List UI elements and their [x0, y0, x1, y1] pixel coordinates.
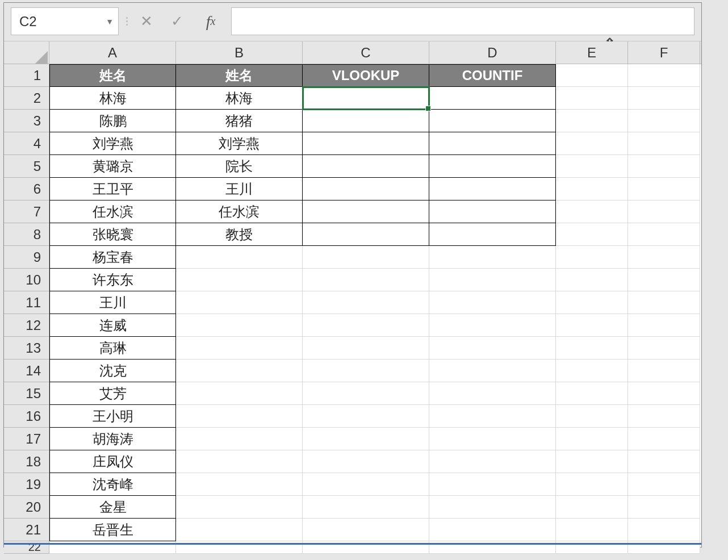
column-header-A[interactable]: A	[49, 41, 176, 64]
cell-B14[interactable]	[176, 360, 303, 382]
cell-E8[interactable]	[556, 223, 628, 246]
fx-icon[interactable]: fx	[199, 12, 222, 31]
cell-F6[interactable]	[628, 178, 700, 200]
cell-F8[interactable]	[628, 223, 700, 246]
cell-F15[interactable]	[628, 382, 700, 405]
cell-D19[interactable]	[429, 473, 556, 496]
cancel-icon[interactable]: ✕	[138, 12, 155, 30]
row-header-8[interactable]: 8	[4, 223, 49, 246]
cell-B3[interactable]: 猪猪	[176, 110, 303, 132]
cell-B21[interactable]	[176, 519, 303, 541]
cell-E4[interactable]	[556, 132, 628, 155]
cell-D15[interactable]	[429, 382, 556, 405]
cell-A3[interactable]: 陈鹏	[49, 110, 176, 132]
cell-B6[interactable]: 王川	[176, 178, 303, 200]
cell-B7[interactable]: 任水滨	[176, 200, 303, 223]
cell-E21[interactable]	[556, 519, 628, 541]
cell-F13[interactable]	[628, 337, 700, 360]
cell-D10[interactable]	[429, 269, 556, 291]
cell-C21[interactable]	[303, 519, 429, 541]
cell-B20[interactable]	[176, 496, 303, 519]
cell-E12[interactable]	[556, 314, 628, 337]
cell-C2[interactable]	[303, 87, 429, 110]
cell-D18[interactable]	[429, 450, 556, 473]
column-header-B[interactable]: B	[176, 41, 303, 64]
cell-E19[interactable]	[556, 473, 628, 496]
cell-D14[interactable]	[429, 360, 556, 382]
row-header-14[interactable]: 14	[4, 360, 49, 382]
cell-C15[interactable]	[303, 382, 429, 405]
cell-C18[interactable]	[303, 450, 429, 473]
cell-E3[interactable]	[556, 110, 628, 132]
cell-E18[interactable]	[556, 450, 628, 473]
cell-E9[interactable]	[556, 246, 628, 269]
cell-A16[interactable]: 王小明	[49, 405, 176, 428]
cell-B19[interactable]	[176, 473, 303, 496]
cell-F10[interactable]	[628, 269, 700, 291]
cell-B11[interactable]	[176, 291, 303, 314]
column-header-E[interactable]: E	[556, 41, 628, 64]
cell-D2[interactable]	[429, 87, 556, 110]
row-header-21[interactable]: 21	[4, 519, 49, 541]
cell-D8[interactable]	[429, 223, 556, 246]
cell-B18[interactable]	[176, 450, 303, 473]
cell-E13[interactable]	[556, 337, 628, 360]
cell-D20[interactable]	[429, 496, 556, 519]
row-header-17[interactable]: 17	[4, 428, 49, 450]
row-header-19[interactable]: 19	[4, 473, 49, 496]
cell-C3[interactable]	[303, 110, 429, 132]
cell-F5[interactable]	[628, 155, 700, 178]
row-header-5[interactable]: 5	[4, 155, 49, 178]
cell-C9[interactable]	[303, 246, 429, 269]
cell-A13[interactable]: 高琳	[49, 337, 176, 360]
cell-A14[interactable]: 沈克	[49, 360, 176, 382]
name-box[interactable]: C2 ▼	[11, 7, 119, 35]
cell-E11[interactable]	[556, 291, 628, 314]
cell-D7[interactable]	[429, 200, 556, 223]
row-header-13[interactable]: 13	[4, 337, 49, 360]
row-header-1[interactable]: 1	[4, 64, 49, 87]
cell-F21[interactable]	[628, 519, 700, 541]
cell-A2[interactable]: 林海	[49, 87, 176, 110]
cell-A21[interactable]: 岳晋生	[49, 519, 176, 541]
cell-F20[interactable]	[628, 496, 700, 519]
cell-A18[interactable]: 庄凤仪	[49, 450, 176, 473]
cell-D4[interactable]	[429, 132, 556, 155]
cell-B12[interactable]	[176, 314, 303, 337]
cell-B1[interactable]: 姓名	[176, 64, 303, 87]
row-header-10[interactable]: 10	[4, 269, 49, 291]
cell-C6[interactable]	[303, 178, 429, 200]
cell-D17[interactable]	[429, 428, 556, 450]
cell-E10[interactable]	[556, 269, 628, 291]
row-header-18[interactable]: 18	[4, 450, 49, 473]
cell-B4[interactable]: 刘学燕	[176, 132, 303, 155]
row-header-15[interactable]: 15	[4, 382, 49, 405]
cell-D21[interactable]	[429, 519, 556, 541]
cell-F2[interactable]	[628, 87, 700, 110]
cell-C20[interactable]	[303, 496, 429, 519]
cell-E15[interactable]	[556, 382, 628, 405]
cell-E20[interactable]	[556, 496, 628, 519]
row-header-6[interactable]: 6	[4, 178, 49, 200]
cell-B5[interactable]: 院长	[176, 155, 303, 178]
cell-D11[interactable]	[429, 291, 556, 314]
cell-A17[interactable]: 胡海涛	[49, 428, 176, 450]
cell-B17[interactable]	[176, 428, 303, 450]
cell-A12[interactable]: 连威	[49, 314, 176, 337]
cell-A6[interactable]: 王卫平	[49, 178, 176, 200]
cell-B9[interactable]	[176, 246, 303, 269]
cell-B16[interactable]	[176, 405, 303, 428]
cell-A4[interactable]: 刘学燕	[49, 132, 176, 155]
cell-B15[interactable]	[176, 382, 303, 405]
cell-D5[interactable]	[429, 155, 556, 178]
cell-C13[interactable]	[303, 337, 429, 360]
cell-A20[interactable]: 金星	[49, 496, 176, 519]
cell-E6[interactable]	[556, 178, 628, 200]
cell-E1[interactable]	[556, 64, 628, 87]
cell-F9[interactable]	[628, 246, 700, 269]
select-all-corner[interactable]	[4, 41, 49, 64]
cell-E7[interactable]	[556, 200, 628, 223]
column-header-C[interactable]: C	[303, 41, 429, 64]
cell-C8[interactable]	[303, 223, 429, 246]
cell-E5[interactable]	[556, 155, 628, 178]
